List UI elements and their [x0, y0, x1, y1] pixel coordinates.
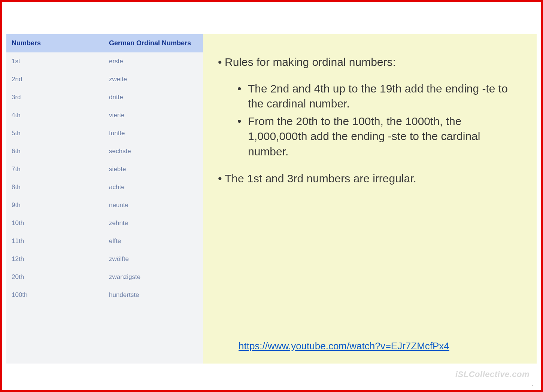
- table-row: 2ndzweite: [6, 70, 203, 88]
- cell-german: sechste: [109, 148, 198, 155]
- cell-german: zwölfte: [109, 255, 198, 263]
- cell-number: 4th: [12, 112, 109, 119]
- rules-heading: Rules for making ordinal numbers:: [225, 56, 396, 68]
- document-frame: Numbers German Ordinal Numbers 1sterste2…: [0, 0, 543, 392]
- cell-number: 100th: [12, 291, 109, 299]
- cell-number: 5th: [12, 130, 109, 137]
- table-row: 1sterste: [6, 52, 203, 70]
- table-row: 6thsechste: [6, 142, 203, 160]
- table-header-numbers: Numbers: [12, 39, 109, 47]
- cell-german: zweite: [109, 76, 198, 83]
- cell-number: 3rd: [12, 94, 109, 101]
- table-row: 5thfünfte: [6, 124, 203, 142]
- corner-dot-icon: [532, 385, 533, 386]
- rules-subitem: From the 20th to the 100th, the 1000th, …: [248, 114, 518, 159]
- table-row: 100thhundertste: [6, 286, 203, 304]
- cell-number: 9th: [12, 201, 109, 209]
- cell-number: 11th: [12, 237, 109, 245]
- table-row: 9thneunte: [6, 196, 203, 214]
- cell-number: 2nd: [12, 76, 109, 83]
- watermark: iSLCollective.com: [455, 370, 530, 379]
- table-row: 12thzwölfte: [6, 250, 203, 268]
- table-header-row: Numbers German Ordinal Numbers: [6, 34, 203, 52]
- video-link-box: https://www.youtube.com/watch?v=EJr7ZMcf…: [239, 338, 449, 353]
- cell-german: vierte: [109, 112, 198, 119]
- table-row: 3rddritte: [6, 88, 203, 106]
- table-row: 11thelfte: [6, 232, 203, 250]
- irregular-note: The 1st and 3rd numbers are irregular.: [225, 172, 416, 185]
- content-pane: •Rules for making ordinal numbers: The 2…: [203, 34, 537, 364]
- table-body: 1sterste2ndzweite3rddritte4thvierte5thfü…: [6, 52, 203, 364]
- cell-german: neunte: [109, 201, 198, 209]
- cell-german: fünfte: [109, 130, 198, 137]
- cell-german: erste: [109, 58, 198, 65]
- ordinal-table: Numbers German Ordinal Numbers 1sterste2…: [6, 34, 203, 364]
- cell-number: 10th: [12, 219, 109, 227]
- rules-subitem: The 2nd and 4th up to the 19th add the e…: [248, 81, 518, 112]
- bullet-icon: •: [218, 171, 225, 186]
- irregular-note-block: •The 1st and 3rd numbers are irregular.: [218, 171, 518, 186]
- slide: Numbers German Ordinal Numbers 1sterste2…: [6, 34, 537, 364]
- table-row: 10thzehnte: [6, 214, 203, 232]
- video-link[interactable]: https://www.youtube.com/watch?v=EJr7ZMcf…: [239, 340, 449, 352]
- cell-german: achte: [109, 183, 198, 191]
- rules-heading-block: •Rules for making ordinal numbers: The 2…: [218, 55, 518, 159]
- table-row: 20thzwanzigste: [6, 268, 203, 286]
- rules-sublist: The 2nd and 4th up to the 19th add the e…: [218, 81, 518, 159]
- cell-number: 1st: [12, 58, 109, 65]
- bullet-icon: •: [218, 55, 225, 70]
- table-row: 4thvierte: [6, 106, 203, 124]
- table-row: 7thsiebte: [6, 160, 203, 178]
- cell-german: dritte: [109, 94, 198, 101]
- table-header-german: German Ordinal Numbers: [109, 39, 198, 47]
- cell-german: siebte: [109, 165, 198, 173]
- cell-number: 20th: [12, 273, 109, 281]
- cell-number: 6th: [12, 148, 109, 155]
- cell-number: 12th: [12, 255, 109, 263]
- cell-german: hundertste: [109, 291, 198, 299]
- table-row: 8thachte: [6, 178, 203, 196]
- cell-number: 8th: [12, 183, 109, 191]
- cell-german: zehnte: [109, 219, 198, 227]
- cell-number: 7th: [12, 165, 109, 173]
- cell-german: elfte: [109, 237, 198, 245]
- cell-german: zwanzigste: [109, 273, 198, 281]
